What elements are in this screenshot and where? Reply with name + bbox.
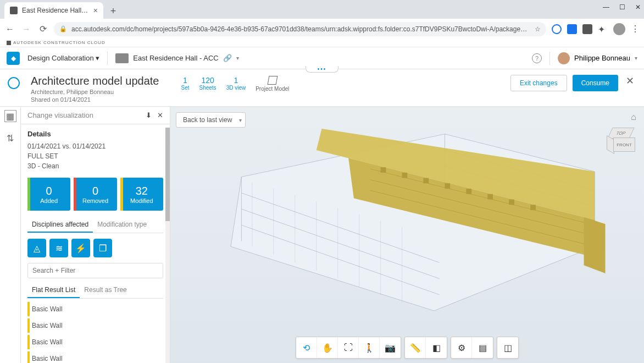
svg-rect-24 bbox=[530, 205, 536, 210]
close-window-icon[interactable]: ✕ bbox=[635, 3, 641, 11]
brand-band: AUTODESK CONSTRUCTION CLOUD bbox=[0, 38, 644, 47]
stat-project-model[interactable]: Project Model bbox=[256, 76, 289, 92]
tab-disciplines[interactable]: Disciplines affected bbox=[27, 217, 93, 233]
panel-scrollbar[interactable] bbox=[165, 128, 170, 363]
added-card[interactable]: 0 Added bbox=[27, 178, 70, 211]
drag-handle-icon[interactable]: ••• bbox=[306, 66, 338, 73]
autodesk-logo-icon bbox=[7, 41, 11, 45]
details-heading: Details bbox=[27, 130, 163, 138]
stat-set[interactable]: 1 Set bbox=[181, 76, 189, 92]
download-icon[interactable]: ⬇ bbox=[146, 111, 152, 119]
electrical-discipline-icon[interactable]: ⚡ bbox=[71, 239, 90, 257]
app-logo-icon[interactable]: ◆ bbox=[7, 52, 20, 65]
settings-icon[interactable]: ⚙ bbox=[451, 337, 472, 358]
view-name: 3D - Clean bbox=[27, 161, 163, 171]
svg-marker-13 bbox=[584, 217, 606, 273]
tab-title: East Residence Hall - ACC - Aut… bbox=[22, 7, 89, 14]
stat-sheets[interactable]: 120 Sheets bbox=[199, 76, 216, 92]
svg-rect-17 bbox=[381, 167, 386, 173]
link-icon[interactable]: 🔗 bbox=[223, 54, 232, 62]
maximize-icon[interactable]: ☐ bbox=[619, 3, 625, 11]
result-item[interactable]: Basic Wall bbox=[27, 335, 163, 349]
result-item[interactable]: Basic Wall bbox=[27, 302, 163, 316]
extension-icon[interactable] bbox=[552, 24, 562, 34]
result-item[interactable]: Basic Wall bbox=[27, 318, 163, 333]
lock-icon: 🔒 bbox=[59, 25, 67, 32]
result-item[interactable]: Basic Wall bbox=[27, 351, 163, 363]
new-tab-button[interactable]: + bbox=[106, 3, 121, 19]
favicon-icon bbox=[10, 7, 18, 14]
modified-card[interactable]: 32 Modified bbox=[120, 178, 163, 211]
address-bar[interactable]: 🔒 acc.autodesk.com/dc/home/projects/597a… bbox=[54, 22, 546, 36]
building-model bbox=[203, 129, 622, 332]
changes-panel-icon[interactable]: ▦ bbox=[4, 110, 16, 122]
tab-close-icon[interactable]: × bbox=[93, 6, 98, 15]
project-thumb-icon bbox=[115, 53, 129, 63]
page-subtitle: Architecture, Philippe Bonneau bbox=[31, 89, 159, 95]
properties-icon[interactable]: ▤ bbox=[472, 337, 493, 358]
brand-text: AUTODESK CONSTRUCTION CLOUD bbox=[13, 40, 106, 45]
project-selector[interactable]: East Residence Hall - ACC 🔗 ▾ bbox=[115, 53, 238, 63]
user-avatar-icon bbox=[558, 52, 570, 64]
zoom-tool-icon[interactable]: ⛶ bbox=[338, 337, 359, 358]
user-menu[interactable]: Philippe Bonneau ▾ bbox=[558, 52, 637, 64]
removed-card[interactable]: 0 Removed bbox=[74, 178, 116, 211]
home-view-icon[interactable]: ⌂ bbox=[631, 112, 636, 122]
package-status-icon bbox=[8, 77, 20, 89]
divider bbox=[107, 52, 108, 65]
close-panel-icon[interactable]: ✕ bbox=[157, 111, 163, 119]
browser-tab[interactable]: East Residence Hall - ACC - Aut… × bbox=[4, 2, 103, 19]
tab-modification-type[interactable]: Modification type bbox=[93, 217, 151, 233]
subtab-flat-list[interactable]: Flat Result List bbox=[27, 283, 80, 298]
chevron-down-icon: ▾ bbox=[635, 55, 637, 61]
forward-icon[interactable]: → bbox=[21, 24, 32, 35]
back-to-last-view-button[interactable]: Back to last view bbox=[176, 112, 246, 128]
stat-3d-view[interactable]: 1 3D view bbox=[226, 76, 246, 92]
svg-rect-18 bbox=[402, 173, 408, 178]
svg-rect-21 bbox=[466, 189, 471, 194]
extension-icon[interactable] bbox=[582, 24, 592, 34]
project-name: East Residence Hall - ACC bbox=[133, 54, 218, 62]
app-switcher[interactable]: Design Collaboration ▾ bbox=[27, 54, 99, 62]
mechanical-discipline-icon[interactable]: ❒ bbox=[93, 239, 112, 257]
orbit-tool-icon[interactable]: ⟲ bbox=[296, 337, 317, 358]
model-icon bbox=[267, 76, 277, 85]
star-icon[interactable]: ☆ bbox=[535, 25, 541, 33]
close-icon[interactable]: ✕ bbox=[624, 75, 636, 87]
shared-date: Shared on 01/14/2021 bbox=[31, 96, 159, 103]
consume-button[interactable]: Consume bbox=[573, 75, 618, 91]
measure-tool-icon[interactable]: 📏 bbox=[405, 337, 426, 358]
panel-title: Change visualization bbox=[27, 111, 140, 119]
url-text: acc.autodesk.com/dc/home/projects/597a5b… bbox=[71, 25, 530, 33]
exit-changes-button[interactable]: Exit changes bbox=[510, 75, 567, 91]
minimize-icon[interactable]: — bbox=[603, 3, 609, 11]
svg-rect-22 bbox=[487, 194, 493, 200]
extensions-menu-icon[interactable]: ✦ bbox=[598, 24, 608, 34]
set-name: FULL SET bbox=[27, 151, 163, 161]
walk-tool-icon[interactable]: 🚶 bbox=[359, 337, 380, 358]
svg-rect-19 bbox=[423, 178, 429, 184]
help-icon[interactable]: ? bbox=[532, 53, 542, 63]
extension-icon[interactable] bbox=[567, 24, 577, 34]
architecture-discipline-icon[interactable]: ◬ bbox=[27, 239, 46, 257]
structural-discipline-icon[interactable]: ≋ bbox=[49, 239, 68, 257]
reload-icon[interactable]: ⟳ bbox=[37, 24, 48, 35]
subtab-tree[interactable]: Result as Tree bbox=[80, 283, 131, 298]
svg-rect-20 bbox=[445, 183, 450, 189]
compare-icon[interactable]: ⇅ bbox=[4, 132, 16, 144]
svg-rect-23 bbox=[509, 200, 514, 205]
user-name: Philippe Bonneau bbox=[574, 54, 630, 62]
menu-icon[interactable]: ⋮ bbox=[631, 24, 640, 34]
profile-avatar-icon[interactable] bbox=[613, 23, 625, 35]
date-compare: 01/14/2021 vs. 01/14/2021 bbox=[27, 141, 163, 151]
search-input[interactable] bbox=[27, 263, 163, 278]
pan-tool-icon[interactable]: ✋ bbox=[317, 337, 338, 358]
chevron-down-icon: ▾ bbox=[236, 55, 239, 61]
section-tool-icon[interactable]: ◧ bbox=[426, 337, 447, 358]
camera-tool-icon[interactable]: 📷 bbox=[380, 337, 401, 358]
model-viewport[interactable]: Back to last view ⌂ TOP FRONT bbox=[170, 107, 644, 363]
back-icon[interactable]: ← bbox=[4, 24, 15, 35]
divider bbox=[549, 52, 550, 65]
page-title: Architecture model update bbox=[31, 75, 159, 87]
split-view-icon[interactable]: ◫ bbox=[497, 337, 518, 358]
